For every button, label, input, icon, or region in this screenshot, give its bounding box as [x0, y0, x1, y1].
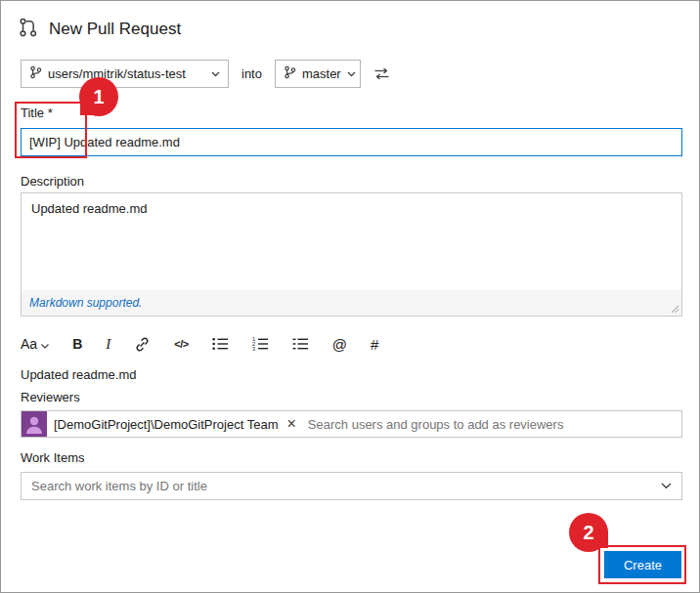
work-items-label: Work Items	[21, 450, 85, 465]
markdown-toolbar: Aa B I </> 123	[21, 330, 378, 358]
reviewers-label: Reviewers	[21, 390, 80, 404]
chevron-down-icon	[41, 336, 49, 352]
target-branch-selector[interactable]: master	[275, 60, 361, 88]
resize-grip-icon[interactable]	[671, 305, 679, 314]
page-title: New Pull Request	[49, 20, 181, 39]
svg-text:3: 3	[252, 346, 255, 351]
target-branch-name: master	[302, 66, 341, 81]
pull-request-icon	[18, 17, 39, 42]
format-label: Aa	[21, 336, 37, 352]
annotation-box-title	[15, 102, 87, 158]
description-footer: Markdown supported.	[22, 290, 681, 316]
source-branch-name: users/mmitrik/status-test	[48, 66, 186, 81]
page-header: New Pull Request	[18, 17, 181, 42]
branch-bar: users/mmitrik/status-test into master	[21, 60, 390, 88]
work-items-placeholder: Search work items by ID or title	[31, 479, 207, 493]
source-branch-selector[interactable]: users/mmitrik/status-test	[21, 60, 229, 88]
reviewers-placeholder: Search users and groups to add as review…	[308, 417, 564, 432]
description-input[interactable]: Updated readme.md Markdown supported.	[21, 192, 682, 317]
annotation-step-1: 1	[79, 77, 118, 116]
description-label: Description	[21, 174, 84, 189]
italic-button[interactable]: I	[106, 336, 110, 353]
branch-icon	[29, 65, 42, 82]
reviewers-input[interactable]: [DemoGitProject]\DemoGitProject Team × S…	[21, 410, 682, 438]
branch-icon	[284, 65, 296, 82]
code-button[interactable]: </>	[174, 338, 188, 350]
chevron-down-icon	[661, 483, 672, 489]
description-text: Updated readme.md	[22, 193, 681, 224]
description-preview: Updated readme.md	[21, 367, 137, 382]
format-button[interactable]: Aa	[21, 336, 49, 352]
work-items-input[interactable]: Search work items by ID or title	[21, 472, 682, 500]
markdown-supported-link[interactable]: Markdown supported.	[29, 296, 142, 310]
bullet-list-button[interactable]	[212, 337, 229, 351]
swap-branches-icon[interactable]	[373, 67, 390, 80]
work-item-link-button[interactable]: #	[371, 336, 378, 353]
link-button[interactable]	[134, 336, 151, 353]
new-pull-request-page: New Pull Request users/mmitrik/status-te…	[0, 0, 700, 593]
chevron-down-icon	[347, 71, 356, 77]
team-avatar	[22, 411, 47, 437]
task-list-button[interactable]	[292, 337, 309, 351]
numbered-list-button[interactable]: 123	[252, 337, 269, 351]
chevron-down-icon	[211, 71, 220, 77]
annotation-box-create	[598, 545, 686, 584]
remove-reviewer-icon[interactable]: ×	[287, 416, 296, 432]
title-input[interactable]	[21, 128, 682, 156]
reviewer-chip-label: [DemoGitProject]\DemoGitProject Team	[54, 417, 279, 432]
bold-button[interactable]: B	[72, 336, 82, 352]
mention-button[interactable]: @	[332, 336, 347, 353]
into-label: into	[241, 66, 262, 81]
annotation-step-2: 2	[569, 513, 608, 552]
